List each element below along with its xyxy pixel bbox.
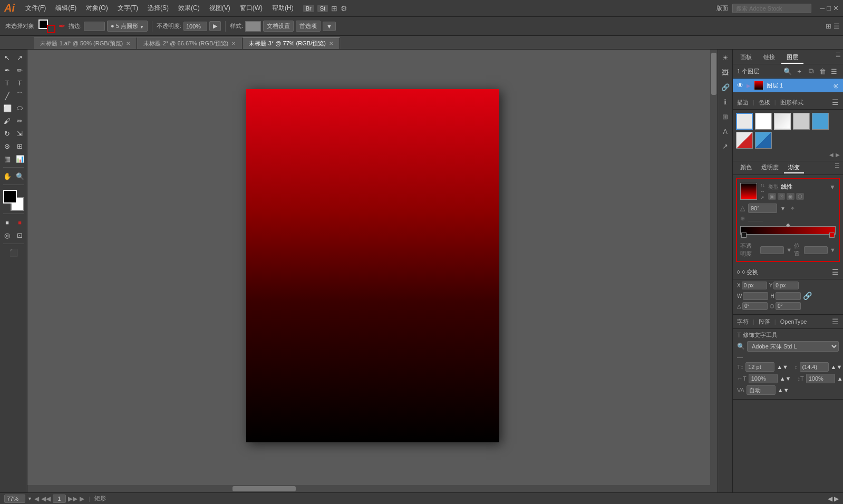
page-input[interactable] bbox=[53, 495, 66, 503]
grad-type-icon-3[interactable]: ◉ bbox=[787, 193, 794, 200]
next-page-icon[interactable]: ▶▶ bbox=[68, 495, 77, 502]
new-layer-icon[interactable]: + bbox=[794, 66, 804, 76]
tab-transparency[interactable]: 透明度 bbox=[757, 162, 783, 173]
brush-icon[interactable]: ✒ bbox=[59, 21, 65, 31]
image-icon[interactable]: 🖼 bbox=[720, 66, 731, 78]
line-tool[interactable]: ╱ bbox=[2, 90, 13, 101]
panel-tab-artboard[interactable]: 画板 bbox=[735, 52, 757, 64]
type-chevron[interactable]: ▼ bbox=[829, 183, 836, 191]
doc-settings-btn[interactable]: 文档设置 bbox=[263, 21, 294, 32]
duplicate-layer-icon[interactable]: ⧉ bbox=[806, 66, 816, 76]
appearance-tab-swatches[interactable]: 色板 bbox=[759, 99, 770, 106]
grid-icon[interactable]: ⊞ bbox=[331, 4, 337, 13]
stock-icon[interactable]: St bbox=[317, 5, 328, 12]
style-swatch-2[interactable] bbox=[755, 113, 772, 130]
leading-chevron[interactable]: ▲▼ bbox=[831, 364, 842, 370]
panel-tab-links[interactable]: 链接 bbox=[758, 52, 780, 64]
angle-t-input[interactable] bbox=[742, 302, 768, 310]
angle-input[interactable] bbox=[748, 203, 777, 213]
menu-window[interactable]: 窗口(W) bbox=[236, 3, 267, 14]
x-input[interactable] bbox=[742, 282, 767, 289]
layer-target-icon[interactable]: ◎ bbox=[834, 82, 839, 89]
export-icon[interactable]: ↗ bbox=[720, 140, 731, 152]
menu-edit[interactable]: 编辑(E) bbox=[51, 3, 81, 14]
font-size-chevron[interactable]: ▲▼ bbox=[777, 364, 788, 370]
gradient-flip-icon[interactable]: ↔ bbox=[760, 189, 765, 194]
appearance-tab-styles[interactable]: 图形样式 bbox=[780, 99, 803, 106]
tracking-chevron[interactable]: ▲▼ bbox=[778, 387, 789, 393]
h-input[interactable] bbox=[776, 292, 801, 300]
rotate-tool[interactable]: ↻ bbox=[2, 128, 13, 139]
scrollbar-h-thumb[interactable] bbox=[232, 486, 296, 491]
opacity-value-input[interactable] bbox=[760, 246, 784, 254]
gradient-icon[interactable]: ■ bbox=[14, 217, 26, 228]
font-select[interactable]: Adobe 宋体 Std L bbox=[747, 341, 839, 352]
style-swatch-6[interactable] bbox=[736, 132, 753, 149]
menu-help[interactable]: 帮助(H) bbox=[268, 3, 298, 14]
grad-type-icon-2[interactable]: ⊡ bbox=[778, 193, 785, 200]
shear-input[interactable] bbox=[776, 302, 801, 310]
style-preview[interactable] bbox=[245, 21, 261, 32]
search-input[interactable] bbox=[732, 4, 811, 13]
scale-v-input[interactable] bbox=[806, 374, 835, 383]
gradient-center-marker[interactable]: ◆ bbox=[786, 222, 790, 228]
more-btn[interactable]: ▼ bbox=[323, 22, 336, 31]
touch-type-tool[interactable]: Ŧ bbox=[14, 77, 26, 89]
location-value-input[interactable] bbox=[804, 246, 828, 254]
sun-icon[interactable]: ☀ bbox=[720, 52, 731, 63]
menu-file[interactable]: 文件(F) bbox=[21, 3, 50, 14]
type-menu-icon[interactable]: ☰ bbox=[832, 317, 839, 326]
tab-1[interactable]: 未标题-1.ai* @ 50% (RGB/预览) ✕ bbox=[34, 37, 137, 49]
rect-tool[interactable]: ⬜ bbox=[2, 102, 13, 114]
tab-2-close[interactable]: ✕ bbox=[231, 41, 236, 46]
style-swatch-5[interactable] bbox=[812, 113, 829, 130]
color-panel-menu[interactable]: ☰ bbox=[835, 162, 840, 173]
data-chart-tool[interactable]: 📊 bbox=[14, 153, 26, 164]
brush-tool[interactable]: 🖌 bbox=[2, 115, 13, 127]
swatch-next[interactable]: ▶ bbox=[836, 152, 840, 158]
zoom-input[interactable] bbox=[4, 495, 25, 503]
gradient-reverse-icon[interactable]: ↑↓ bbox=[760, 182, 765, 188]
appearance-menu-icon[interactable]: ☰ bbox=[832, 98, 839, 106]
leading-input[interactable] bbox=[800, 362, 829, 372]
style-swatch-3[interactable] bbox=[774, 113, 791, 130]
para-tab[interactable]: 段落 bbox=[759, 318, 770, 326]
y-input[interactable] bbox=[773, 282, 799, 289]
style-swatch-1[interactable] bbox=[736, 113, 753, 130]
char-icon[interactable]: A bbox=[720, 125, 731, 137]
fg-color-swatch[interactable] bbox=[3, 190, 17, 203]
close-btn[interactable]: ✕ bbox=[833, 4, 839, 12]
tab-gradient[interactable]: 渐变 bbox=[784, 162, 804, 173]
gradient-stop-left[interactable] bbox=[741, 232, 747, 238]
char-tab[interactable]: 字符 bbox=[737, 318, 749, 326]
hand-tool[interactable]: ✋ bbox=[2, 170, 13, 182]
tab-3[interactable]: 未标题-3* @ 77% (RGB/预览) ✕ bbox=[243, 37, 340, 49]
menu-select[interactable]: 选择(S) bbox=[143, 3, 173, 14]
swatch-prev[interactable]: ◀ bbox=[829, 152, 834, 158]
arrange-icon[interactable]: ⊞ bbox=[826, 22, 831, 30]
transform-menu-icon[interactable]: ☰ bbox=[832, 268, 839, 276]
maximize-btn[interactable]: □ bbox=[827, 4, 831, 12]
bridge-icon[interactable]: Br bbox=[303, 5, 314, 12]
stroke-input[interactable] bbox=[84, 22, 105, 31]
stroke-color[interactable] bbox=[47, 25, 55, 33]
preferences-btn[interactable]: 首选项 bbox=[296, 21, 321, 32]
tracking-input[interactable] bbox=[747, 385, 776, 395]
scale-v-chevron[interactable]: ▲▼ bbox=[837, 375, 843, 382]
scrollbar-v-thumb[interactable] bbox=[711, 53, 716, 95]
gradient-preview-mini[interactable] bbox=[740, 183, 757, 200]
first-page-icon[interactable]: ◀◀ bbox=[41, 495, 51, 502]
transform-r-icon[interactable]: ⊞ bbox=[720, 111, 731, 122]
artboard[interactable] bbox=[246, 89, 499, 442]
opacity-chevron[interactable]: ▼ bbox=[786, 247, 792, 253]
zoom-chevron[interactable]: ▼ bbox=[27, 496, 32, 501]
scale-h-input[interactable] bbox=[749, 374, 778, 383]
panel-tab-layers[interactable]: 图层 bbox=[781, 52, 803, 64]
pen-tool[interactable]: ✒ bbox=[2, 64, 13, 76]
tab-3-close[interactable]: ✕ bbox=[329, 41, 333, 46]
opentype-tab[interactable]: OpenType bbox=[780, 318, 807, 325]
grad-type-icon-1[interactable]: ▣ bbox=[768, 193, 776, 200]
opacity-btn[interactable]: ▶ bbox=[209, 21, 221, 31]
menu-effect[interactable]: 效果(C) bbox=[174, 3, 204, 14]
tab-2[interactable]: 未标题-2* @ 66.67% (RGB/预览) ✕ bbox=[137, 37, 243, 49]
